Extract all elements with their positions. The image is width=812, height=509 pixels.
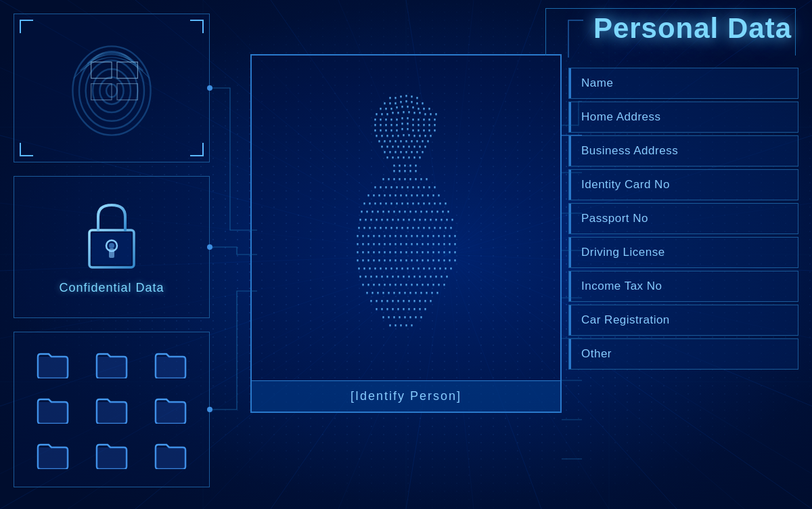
person-silhouette: /* dots rendered inline */ (308, 85, 504, 355)
svg-rect-243 (434, 202, 436, 205)
svg-rect-68 (389, 97, 391, 99)
svg-rect-382 (396, 267, 398, 270)
svg-rect-176 (416, 151, 418, 154)
svg-rect-284 (374, 227, 376, 229)
svg-rect-389 (434, 267, 436, 270)
svg-rect-133 (401, 128, 403, 131)
svg-rect-173 (400, 151, 402, 154)
svg-rect-140 (376, 135, 378, 137)
svg-rect-363 (394, 259, 397, 262)
svg-rect-402 (408, 275, 410, 278)
svg-rect-362 (389, 259, 391, 262)
svg-rect-259 (431, 211, 433, 213)
svg-rect-283 (369, 227, 371, 229)
svg-rect-74 (384, 102, 386, 105)
svg-rect-406 (430, 275, 432, 278)
svg-rect-261 (442, 211, 444, 213)
svg-rect-166 (408, 146, 410, 148)
svg-rect-242 (428, 202, 430, 205)
svg-rect-230 (363, 202, 365, 205)
svg-rect-257 (420, 211, 422, 213)
title-bracket (545, 8, 796, 56)
svg-rect-189 (415, 164, 417, 167)
svg-rect-232 (374, 202, 376, 205)
svg-rect-351 (432, 251, 434, 254)
svg-rect-165 (403, 146, 405, 148)
svg-rect-366 (411, 259, 413, 262)
svg-rect-106 (385, 118, 387, 121)
svg-rect-195 (382, 178, 384, 181)
svg-rect-375 (358, 267, 360, 270)
svg-rect-404 (419, 275, 421, 278)
svg-rect-312 (427, 235, 429, 238)
svg-rect-78 (405, 100, 407, 103)
svg-rect-134 (407, 128, 409, 131)
svg-rect-359 (373, 259, 375, 262)
svg-rect-60 (117, 84, 137, 100)
fingerprint-panel (14, 14, 210, 162)
svg-rect-91 (428, 108, 430, 110)
svg-rect-445 (397, 300, 399, 303)
svg-rect-419 (411, 284, 413, 286)
svg-rect-162 (386, 146, 388, 148)
svg-rect-268 (386, 219, 388, 221)
svg-rect-122 (407, 123, 409, 125)
svg-rect-236 (396, 202, 398, 205)
svg-rect-178 (386, 156, 388, 159)
svg-rect-264 (365, 219, 367, 221)
person-label-bar: [Identify Person] (252, 380, 560, 412)
svg-rect-341 (378, 251, 380, 254)
svg-rect-192 (404, 170, 406, 173)
svg-rect-290 (407, 227, 409, 229)
person-label: [Identify Person] (351, 389, 461, 403)
data-list: NameHome AddressBusiness AddressIdentity… (568, 68, 798, 370)
svg-rect-255 (409, 211, 411, 213)
svg-rect-398 (386, 275, 388, 278)
svg-rect-260 (436, 211, 438, 213)
svg-rect-191 (399, 170, 401, 173)
svg-rect-442 (381, 300, 383, 303)
svg-rect-308 (405, 235, 407, 238)
svg-rect-371 (438, 259, 440, 262)
svg-rect-220 (389, 194, 391, 197)
svg-rect-72 (411, 95, 413, 98)
svg-rect-339 (367, 251, 369, 254)
svg-rect-452 (376, 308, 378, 311)
svg-rect-456 (397, 308, 399, 311)
svg-rect-296 (439, 227, 441, 229)
svg-rect-318 (357, 243, 359, 246)
svg-rect-469 (420, 316, 422, 319)
svg-rect-380 (385, 267, 387, 270)
svg-rect-254 (404, 211, 406, 213)
svg-rect-104 (374, 118, 376, 121)
svg-rect-335 (449, 243, 451, 246)
svg-rect-340 (373, 251, 375, 254)
svg-rect-126 (428, 124, 430, 127)
svg-rect-282 (363, 227, 365, 229)
svg-rect-447 (408, 300, 410, 303)
svg-rect-463 (388, 316, 390, 319)
svg-rect-101 (424, 113, 426, 116)
svg-rect-428 (377, 292, 379, 294)
svg-rect-79 (411, 101, 413, 104)
svg-rect-425 (443, 284, 445, 286)
data-item-income-tax-no: Income Tax No (568, 271, 798, 302)
svg-rect-464 (393, 316, 395, 319)
svg-rect-403 (413, 275, 415, 278)
svg-rect-361 (384, 259, 386, 262)
svg-rect-152 (384, 140, 386, 143)
svg-rect-76 (394, 102, 397, 105)
svg-rect-158 (416, 140, 418, 143)
svg-rect-207 (390, 186, 392, 189)
svg-rect-145 (403, 134, 405, 137)
svg-rect-211 (412, 186, 414, 189)
svg-rect-299 (357, 235, 359, 238)
svg-rect-436 (420, 292, 422, 294)
svg-rect-367 (416, 259, 418, 262)
folder-icon-6 (154, 395, 187, 424)
svg-rect-111 (412, 118, 414, 121)
svg-rect-391 (445, 267, 447, 270)
svg-rect-164 (397, 146, 399, 148)
svg-rect-185 (393, 164, 395, 167)
svg-rect-125 (423, 124, 425, 127)
